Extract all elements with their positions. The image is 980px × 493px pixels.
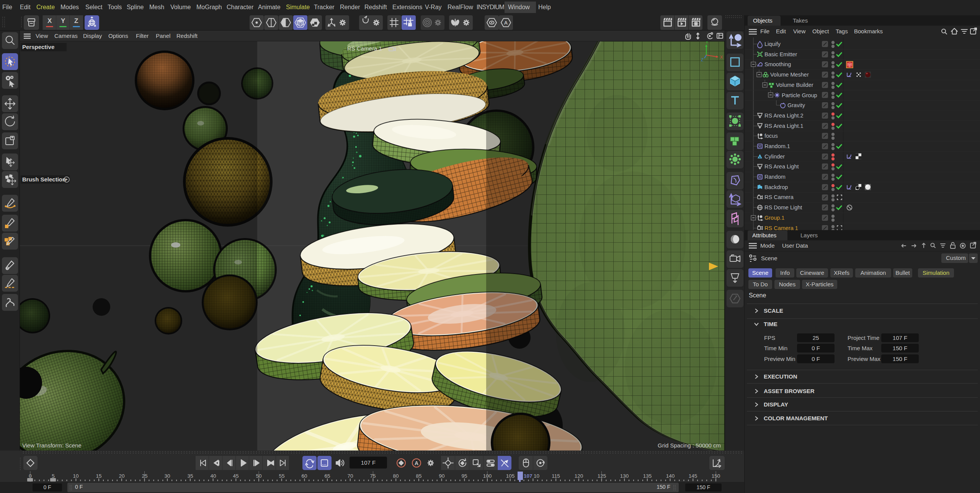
svg-text:90: 90 (439, 473, 444, 479)
svg-text:105: 105 (506, 473, 515, 479)
svg-text:40: 40 (210, 473, 216, 479)
svg-text:RS Dome Light: RS Dome Light (764, 204, 802, 211)
svg-text:60: 60 (301, 473, 307, 479)
svg-text:80: 80 (393, 473, 399, 479)
svg-text:Y: Y (706, 41, 709, 44)
svg-text:120: 120 (575, 473, 583, 479)
svg-text:Smoothing: Smoothing (764, 61, 791, 67)
svg-text:Group.1: Group.1 (764, 215, 784, 221)
svg-text:RS Camera 1: RS Camera 1 (764, 225, 798, 230)
svg-text:A: A (415, 460, 418, 466)
svg-text:Gravity: Gravity (787, 102, 805, 108)
svg-text:Random.1: Random.1 (764, 143, 790, 149)
svg-text:A: A (504, 20, 508, 26)
svg-text:140: 140 (666, 473, 675, 479)
svg-text:10: 10 (534, 473, 539, 479)
svg-text:focus: focus (764, 133, 778, 139)
svg-text:RS Area Light.2: RS Area Light.2 (764, 113, 804, 119)
svg-text:10: 10 (73, 473, 78, 479)
svg-text:30: 30 (164, 473, 170, 479)
svg-text:45: 45 (233, 473, 238, 479)
svg-text:RS Camera: RS Camera (764, 194, 794, 200)
svg-text:115: 115 (552, 473, 560, 479)
svg-text:65: 65 (324, 473, 330, 479)
svg-text:107: 107 (524, 473, 532, 479)
svg-text:85: 85 (416, 473, 421, 479)
svg-text:5: 5 (52, 473, 55, 479)
svg-text:15: 15 (96, 473, 101, 479)
svg-text:Backdrop: Backdrop (764, 184, 788, 190)
svg-text:Cylinder: Cylinder (764, 153, 785, 160)
svg-text:20: 20 (119, 473, 124, 479)
svg-text:95: 95 (461, 473, 467, 479)
svg-text:Liquify: Liquify (764, 41, 781, 47)
svg-text:Volume Builder: Volume Builder (776, 82, 813, 88)
svg-text:Random: Random (764, 174, 786, 180)
svg-text:RS Area Light.1: RS Area Light.1 (764, 123, 804, 129)
svg-text:Volume Mesher: Volume Mesher (770, 72, 809, 78)
svg-text:35: 35 (187, 473, 193, 479)
svg-text:70: 70 (347, 473, 353, 479)
svg-text:Particle Group: Particle Group (782, 92, 817, 98)
svg-text:Z: Z (701, 57, 704, 62)
svg-text:Basic Emitter: Basic Emitter (764, 51, 797, 57)
svg-text:130: 130 (620, 473, 629, 479)
svg-text:135: 135 (643, 473, 652, 479)
svg-text:55: 55 (279, 473, 284, 479)
svg-text:145: 145 (689, 473, 697, 479)
svg-text:X: X (720, 55, 723, 59)
svg-text:RS Area Light: RS Area Light (764, 163, 799, 170)
